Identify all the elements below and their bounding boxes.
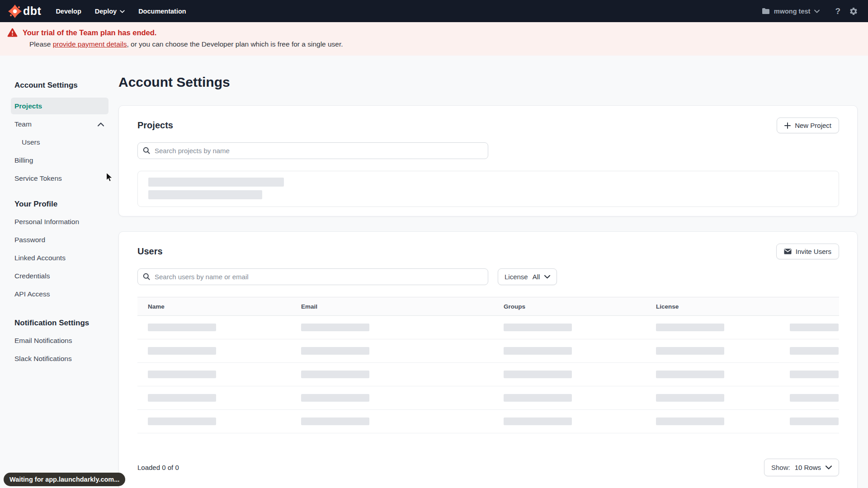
skeleton-bar [504, 371, 572, 378]
new-project-button[interactable]: New Project [777, 117, 839, 133]
projects-card: Projects New Project [118, 105, 858, 216]
show-label: Show: [771, 464, 790, 471]
license-filter-dropdown[interactable]: License All [498, 268, 557, 285]
projects-card-title: Projects [137, 120, 173, 131]
envelope-icon [784, 249, 792, 254]
trial-ended-banner: Your trial of the Team plan has ended. P… [0, 22, 868, 56]
sidebar-heading-your-profile: Your Profile [11, 200, 108, 209]
skeleton-bar [148, 178, 284, 187]
warning-triangle-icon [7, 28, 18, 37]
plus-icon [784, 122, 791, 129]
skeleton-bar [148, 324, 216, 331]
skeleton-bar [301, 418, 369, 425]
skeleton-bar [504, 418, 572, 425]
banner-title: Your trial of the Team plan has ended. [23, 28, 156, 37]
account-switcher[interactable]: mwong test [762, 8, 820, 15]
gear-icon[interactable] [849, 7, 858, 16]
sidebar-item-password[interactable]: Password [11, 231, 108, 249]
folder-icon [762, 8, 770, 14]
sidebar-item-credentials[interactable]: Credentials [11, 267, 108, 285]
skeleton-bar [790, 371, 839, 378]
page-title: Account Settings [118, 75, 858, 90]
skeleton-bar [790, 418, 839, 425]
table-row-loading [137, 363, 839, 386]
skeleton-bar [504, 394, 572, 402]
nav-develop[interactable]: Develop [54, 5, 83, 18]
skeleton-bar [148, 190, 262, 199]
settings-sidebar: Account Settings Projects Team Users Bil… [11, 56, 108, 368]
invite-users-button[interactable]: Invite Users [776, 244, 839, 259]
skeleton-bar [301, 347, 369, 355]
column-header-email: Email [291, 297, 493, 315]
column-header-actions [779, 297, 839, 315]
skeleton-bar [148, 371, 216, 378]
sidebar-item-personal-information[interactable]: Personal Information [11, 213, 108, 231]
sidebar-item-service-tokens[interactable]: Service Tokens [11, 169, 108, 188]
skeleton-bar [504, 347, 572, 355]
users-table: Name Email Groups License [137, 297, 839, 433]
sidebar-item-users[interactable]: Users [11, 133, 108, 151]
banner-message: Please provide payment details, or you c… [29, 40, 868, 48]
table-row-loading [137, 386, 839, 410]
sidebar-item-api-access[interactable]: API Access [11, 285, 108, 303]
loaded-status: Loaded 0 of 0 [137, 464, 179, 471]
license-filter-label: License [505, 273, 528, 281]
column-header-name: Name [137, 297, 291, 315]
nav-deploy[interactable]: Deploy [93, 5, 127, 18]
project-loading-card [137, 171, 839, 207]
skeleton-bar [656, 347, 724, 355]
skeleton-bar [656, 371, 724, 378]
chevron-down-icon [814, 9, 820, 13]
column-header-groups: Groups [493, 297, 646, 315]
browser-status-bubble: Waiting for app.launchdarkly.com... [4, 473, 125, 486]
dbt-logo[interactable]: dbt [8, 5, 41, 18]
skeleton-bar [504, 324, 572, 331]
skeleton-bar [790, 394, 839, 402]
skeleton-bar [656, 418, 724, 425]
sidebar-heading-notification-settings: Notification Settings [11, 319, 108, 328]
sidebar-item-team[interactable]: Team [11, 115, 108, 133]
chevron-up-icon [98, 122, 104, 127]
skeleton-bar [656, 324, 724, 331]
nav-documentation[interactable]: Documentation [137, 5, 188, 18]
sidebar-heading-account-settings: Account Settings [11, 81, 108, 90]
skeleton-bar [790, 347, 839, 355]
table-row-loading [137, 410, 839, 433]
table-row-loading [137, 339, 839, 363]
account-name: mwong test [774, 8, 811, 15]
skeleton-bar [148, 394, 216, 402]
sidebar-item-billing[interactable]: Billing [11, 151, 108, 169]
search-users-input[interactable] [137, 268, 488, 285]
chevron-down-icon [544, 275, 550, 279]
table-row-loading [137, 316, 839, 339]
users-card-title: Users [137, 246, 163, 257]
provide-payment-details-link[interactable]: provide payment details [53, 40, 127, 48]
dbt-logo-text: dbt [23, 5, 41, 18]
users-card: Users Invite Users [118, 231, 858, 488]
skeleton-bar [301, 394, 369, 402]
skeleton-bar [656, 394, 724, 402]
search-projects-input[interactable] [137, 142, 488, 159]
show-value: 10 Rows [795, 464, 821, 471]
skeleton-bar [301, 371, 369, 378]
help-icon[interactable]: ? [835, 6, 840, 16]
chevron-down-icon [120, 9, 125, 13]
rows-per-page-dropdown[interactable]: Show: 10 Rows [764, 459, 839, 476]
sidebar-item-linked-accounts[interactable]: Linked Accounts [11, 249, 108, 267]
skeleton-bar [148, 347, 216, 355]
skeleton-bar [790, 324, 839, 331]
skeleton-bar [148, 418, 216, 425]
chevron-down-icon [826, 465, 832, 469]
top-navbar: dbt Develop Deploy Documentation mwong t… [0, 0, 868, 22]
sidebar-item-projects[interactable]: Projects [11, 98, 108, 114]
navbar-right: mwong test ? [762, 6, 858, 16]
dbt-spark-icon [8, 5, 22, 18]
sidebar-item-email-notifications[interactable]: Email Notifications [11, 332, 108, 350]
users-table-header: Name Email Groups License [137, 297, 839, 316]
license-filter-value: All [533, 273, 540, 281]
column-header-license: License [646, 297, 779, 315]
dbt-cloud-app: dbt Develop Deploy Documentation mwong t… [0, 0, 868, 488]
skeleton-bar [301, 324, 369, 331]
sidebar-item-slack-notifications[interactable]: Slack Notifications [11, 350, 108, 368]
main-content: Account Settings Projects New Project [108, 56, 868, 488]
